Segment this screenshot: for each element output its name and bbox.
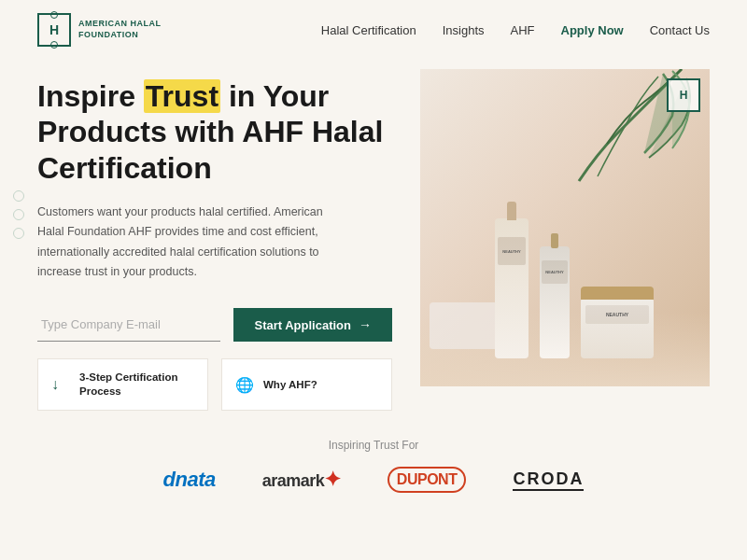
download-icon: ↓	[51, 376, 70, 393]
trust-logos: dnata aramark✦ DUPONT CRODA	[37, 467, 710, 493]
brand-croda: CRODA	[513, 469, 584, 491]
nav-links: Halal Certification Insights AHF Apply N…	[321, 23, 710, 37]
certification-card-label: 3-Step CertificationProcess	[79, 371, 177, 399]
why-ahf-label: Why AHF?	[263, 378, 317, 392]
start-application-button[interactable]: Start Application →	[233, 308, 392, 342]
arrow-icon: →	[359, 317, 372, 332]
feature-cards: ↓ 3-Step CertificationProcess 🌐 Why AHF?	[37, 358, 392, 411]
bottle-2: NEAUTHY	[540, 246, 570, 358]
logo: H AMERICAN HALAL FOUNDATION	[37, 13, 162, 47]
brand-dupont: DUPONT	[388, 467, 467, 493]
hero-subtext: Customers want your products halal certi…	[37, 203, 345, 282]
nav-insights[interactable]: Insights	[443, 23, 485, 37]
hero-section: Inspire Trust in Your Products with AHF …	[0, 60, 747, 411]
email-input[interactable]	[37, 308, 220, 342]
decorative-circles	[13, 190, 24, 246]
ahf-image-badge: H	[667, 78, 700, 112]
cta-row: Start Application →	[37, 308, 392, 342]
brand-dnata: dnata	[163, 468, 216, 492]
product-image: NEAUTHY NEAUTHY NEAUTHY	[420, 69, 710, 386]
hero-content: Inspire Trust in Your Products with AHF …	[37, 69, 392, 411]
nav-halal-certification[interactable]: Halal Certification	[321, 23, 416, 37]
bottle-jar: NEAUTHY	[581, 298, 654, 358]
nav-apply-now[interactable]: Apply Now	[561, 23, 624, 37]
feature-card-why-ahf[interactable]: 🌐 Why AHF?	[221, 358, 392, 411]
trust-section: Inspiring Trust For dnata aramark✦ DUPON…	[0, 420, 747, 493]
nav-contact-us[interactable]: Contact Us	[650, 23, 710, 37]
bottle-1: NEAUTHY	[495, 218, 529, 358]
hero-heading: Inspire Trust in Your Products with AHF …	[37, 78, 392, 186]
globe-icon: 🌐	[235, 376, 254, 394]
navbar: H AMERICAN HALAL FOUNDATION Halal Certif…	[0, 0, 747, 60]
hero-image: NEAUTHY NEAUTHY NEAUTHY	[420, 69, 710, 386]
brand-aramark: aramark✦	[262, 468, 341, 492]
feature-card-certification[interactable]: ↓ 3-Step CertificationProcess	[37, 358, 208, 411]
trust-label: Inspiring Trust For	[37, 439, 710, 452]
logo-icon: H	[37, 13, 71, 47]
nav-ahf[interactable]: AHF	[511, 23, 535, 37]
brand-name: AMERICAN HALAL FOUNDATION	[78, 19, 162, 40]
